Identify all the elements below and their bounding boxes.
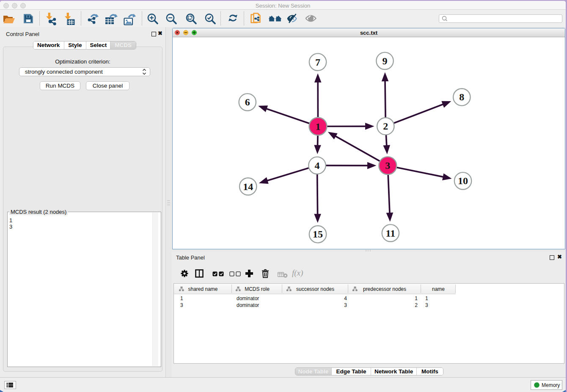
svg-text:8: 8 (459, 91, 464, 102)
svg-text:10: 10 (458, 175, 468, 186)
svg-text:15: 15 (313, 229, 323, 240)
svg-text:4: 4 (315, 160, 320, 171)
svg-text:6: 6 (245, 97, 250, 108)
svg-text:3: 3 (385, 160, 390, 171)
svg-text:9: 9 (383, 55, 388, 66)
svg-text:2: 2 (383, 121, 388, 132)
svg-text:14: 14 (243, 181, 253, 192)
svg-text:7: 7 (315, 57, 320, 68)
svg-text:1: 1 (316, 121, 321, 132)
svg-text:11: 11 (386, 228, 396, 239)
